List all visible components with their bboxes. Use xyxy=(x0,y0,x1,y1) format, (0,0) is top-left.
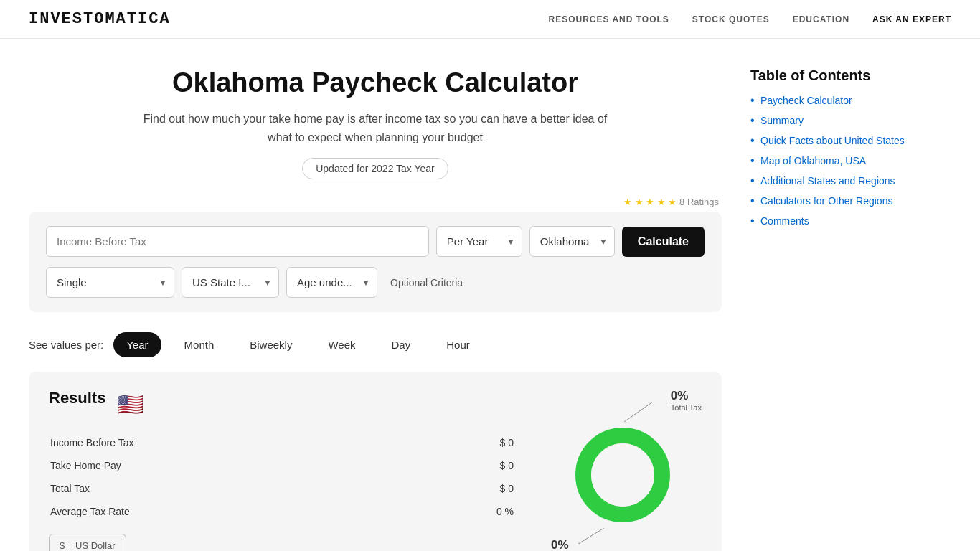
calc-row-1: Per Year Per Month Biweekly Per Week Per… xyxy=(46,226,705,257)
period-year-btn[interactable]: Year xyxy=(113,332,161,357)
income-before-tax-value: $ 0 xyxy=(435,432,514,453)
donut-svg xyxy=(565,418,680,532)
state-tax-select-wrap: US State I... No State Tax ▼ xyxy=(182,267,279,298)
list-item: Paycheck Calculator xyxy=(750,94,951,107)
sidebar: Table of Contents Paycheck Calculator Su… xyxy=(750,67,951,551)
site-logo[interactable]: INVESTOMATICA xyxy=(29,10,171,28)
calculate-button[interactable]: Calculate xyxy=(622,227,705,257)
hero-section: Oklahoma Paycheck Calculator Find out ho… xyxy=(29,67,722,179)
total-tax-pct: 0% xyxy=(671,389,702,403)
list-item: Comments xyxy=(750,215,951,227)
age-select[interactable]: Age unde... Age 65+ xyxy=(286,267,377,298)
toc-paycheck[interactable]: Paycheck Calculator xyxy=(760,95,852,106)
list-item: Calculators for Other Regions xyxy=(750,194,951,207)
nav-ask-expert[interactable]: ASK AN EXPERT xyxy=(872,14,951,24)
toc-list: Paycheck Calculator Summary Quick Facts … xyxy=(750,94,951,227)
hero-description: Find out how much your take home pay is … xyxy=(138,110,612,146)
filing-select-wrap: Single Married Head of Household ▼ xyxy=(46,267,174,298)
period-hour-btn[interactable]: Hour xyxy=(433,332,483,357)
results-left-panel: Results 🇺🇸 Income Before Tax $ 0 Take Ho… xyxy=(49,389,515,551)
page-layout: Oklahoma Paycheck Calculator Find out ho… xyxy=(0,39,980,551)
svg-point-2 xyxy=(591,443,654,507)
ratings-count: 8 Ratings xyxy=(679,197,719,207)
income-before-tax-label: Income Before Tax xyxy=(50,432,433,453)
list-item: Quick Facts about United States xyxy=(750,134,951,147)
currency-row: $ = US Dollar xyxy=(49,534,515,551)
us-flag-icon: 🇺🇸 xyxy=(117,392,143,417)
ratings-row: ★ ★ ★ ★ ★ 8 Ratings xyxy=(29,197,722,207)
annotation-line-bottom xyxy=(578,528,607,545)
toc-calculators[interactable]: Calculators for Other Regions xyxy=(760,195,892,207)
period-week-btn[interactable]: Week xyxy=(315,332,368,357)
results-card: Results 🇺🇸 Income Before Tax $ 0 Take Ho… xyxy=(29,372,722,551)
list-item: Additional States and Regions xyxy=(750,174,951,187)
annotation-line-top xyxy=(624,402,660,423)
star-icons: ★ ★ ★ ★ ★ xyxy=(623,197,677,207)
results-table: Income Before Tax $ 0 Take Home Pay $ 0 … xyxy=(49,430,515,524)
take-home-pay-label: Take Home Pay xyxy=(50,455,433,476)
total-tax-value: $ 0 xyxy=(435,478,514,499)
list-item: Map of Oklahoma, USA xyxy=(750,154,951,167)
page-title: Oklahoma Paycheck Calculator xyxy=(29,67,722,98)
navbar: INVESTOMATICA RESOURCES AND TOOLS STOCK … xyxy=(0,0,980,39)
currency-badge: $ = US Dollar xyxy=(49,534,126,551)
list-item: Summary xyxy=(750,114,951,127)
svg-line-0 xyxy=(624,402,653,422)
state-select[interactable]: Oklahoma California Texas New York Flori… xyxy=(529,226,615,257)
period-biweekly-btn[interactable]: Biweekly xyxy=(237,332,305,357)
period-day-btn[interactable]: Day xyxy=(379,332,424,357)
nav-stocks[interactable]: STOCK QUOTES xyxy=(692,14,770,24)
toc-map[interactable]: Map of Oklahoma, USA xyxy=(760,155,866,166)
toc-summary[interactable]: Summary xyxy=(760,115,804,126)
total-tax-annotation-label: Total Tax xyxy=(671,403,702,412)
table-row: Average Tax Rate 0 % xyxy=(50,501,514,522)
table-row: Take Home Pay $ 0 xyxy=(50,455,514,476)
table-row: Total Tax $ 0 xyxy=(50,478,514,499)
toc-title: Table of Contents xyxy=(750,67,951,84)
calculator-card: Per Year Per Month Biweekly Per Week Per… xyxy=(29,212,722,312)
net-pay-pct: 0% xyxy=(551,538,579,551)
avg-tax-rate-value: 0 % xyxy=(435,501,514,522)
optional-criteria-label: Optional Criteria xyxy=(390,277,463,288)
toc-comments[interactable]: Comments xyxy=(760,215,809,227)
toc-quick-facts[interactable]: Quick Facts about United States xyxy=(760,135,905,146)
period-month-btn[interactable]: Month xyxy=(171,332,227,357)
take-home-pay-value: $ 0 xyxy=(435,455,514,476)
avg-tax-rate-label: Average Tax Rate xyxy=(50,501,433,522)
income-input[interactable] xyxy=(46,226,429,257)
state-tax-select[interactable]: US State I... No State Tax xyxy=(182,267,279,298)
filing-select[interactable]: Single Married Head of Household xyxy=(46,267,174,298)
svg-line-3 xyxy=(578,528,604,544)
age-select-wrap: Age unde... Age 65+ ▼ xyxy=(286,267,377,298)
values-per-row: See values per: Year Month Biweekly Week… xyxy=(29,332,722,357)
results-title: Results xyxy=(49,389,105,408)
period-select[interactable]: Per Year Per Month Biweekly Per Week Per… xyxy=(436,226,522,257)
total-tax-annotation: 0% Total Tax xyxy=(671,389,702,412)
tax-year-badge: Updated for 2022 Tax Year xyxy=(302,158,448,179)
main-content: Oklahoma Paycheck Calculator Find out ho… xyxy=(29,67,722,551)
table-row: Income Before Tax $ 0 xyxy=(50,432,514,453)
toc-additional-states[interactable]: Additional States and Regions xyxy=(760,175,895,187)
state-select-wrap: Oklahoma California Texas New York Flori… xyxy=(529,226,615,257)
donut-chart-area: 0% Total Tax xyxy=(544,389,702,551)
values-per-label: See values per: xyxy=(29,339,103,351)
period-select-wrap: Per Year Per Month Biweekly Per Week Per… xyxy=(436,226,522,257)
total-tax-label: Total Tax xyxy=(50,478,433,499)
nav-education[interactable]: EDUCATION xyxy=(793,14,849,24)
nav-links: RESOURCES AND TOOLS STOCK QUOTES EDUCATI… xyxy=(548,14,951,24)
net-pay-annotation: 0% Net Pay xyxy=(551,538,579,551)
nav-resources[interactable]: RESOURCES AND TOOLS xyxy=(548,14,669,24)
calc-row-2: Single Married Head of Household ▼ US St… xyxy=(46,267,705,298)
